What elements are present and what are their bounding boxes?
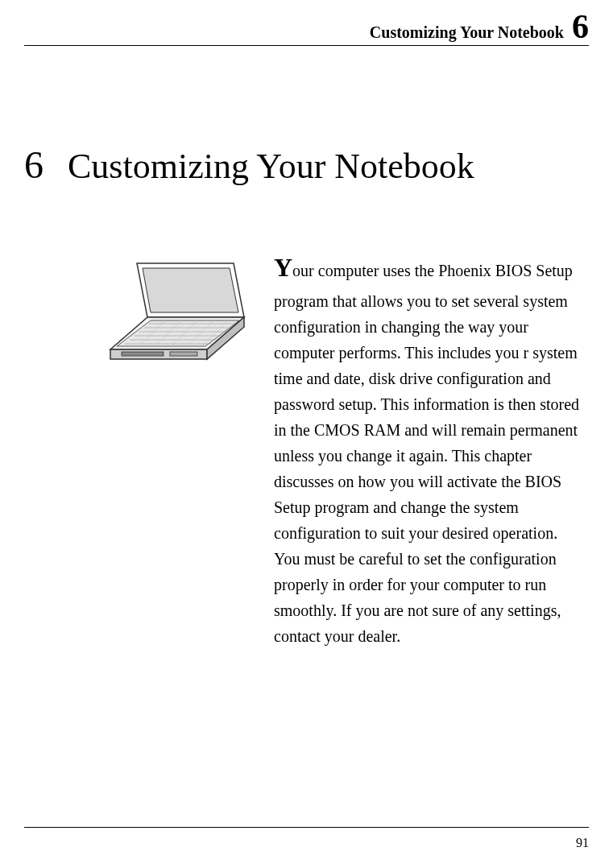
svg-rect-19: [170, 352, 197, 356]
laptop-illustration: [101, 259, 254, 376]
footer-rule: [24, 827, 589, 828]
running-header-chapter: 6: [572, 8, 589, 45]
chapter-heading: 6 Customizing Your Notebook: [24, 143, 589, 187]
chapter-number: 6: [24, 143, 43, 187]
text-column: Your computer uses the Phoenix BIOS Setu…: [274, 247, 589, 649]
body-text: our computer uses the Phoenix BIOS Setup…: [274, 262, 579, 645]
svg-rect-18: [122, 352, 164, 356]
chapter-title: Customizing Your Notebook: [68, 146, 474, 187]
content-row: Your computer uses the Phoenix BIOS Setu…: [24, 247, 589, 649]
figure-column: [24, 247, 254, 649]
body-paragraph: Your computer uses the Phoenix BIOS Setu…: [274, 247, 581, 649]
running-header: Customizing Your Notebook 6: [24, 0, 589, 46]
running-header-title: Customizing Your Notebook: [370, 23, 564, 41]
drop-cap: Y: [274, 253, 292, 282]
svg-marker-1: [143, 268, 238, 312]
page-number: 91: [576, 836, 589, 850]
